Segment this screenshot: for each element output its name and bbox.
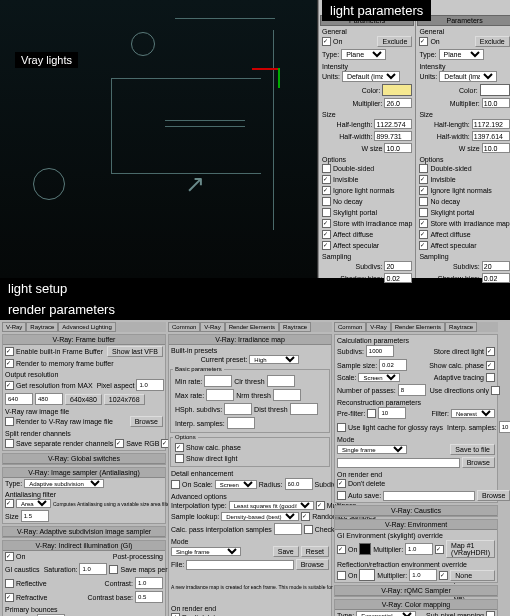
show-vfb-button[interactable]: Show last VFB [107,346,163,357]
de-rad-input[interactable] [285,478,313,490]
cb-input[interactable] [135,591,163,603]
mem-fb-checkbox[interactable] [5,359,14,368]
half-width-input[interactable] [472,131,510,141]
reset-button[interactable]: Reset [301,546,329,557]
dbl-checkbox[interactable] [419,164,428,173]
cm-type-select[interactable]: Exponential [356,611,416,616]
tab[interactable]: Advanced Lighting [58,322,115,332]
rollout-header[interactable]: V-Ray: Irradiance map [169,335,331,345]
sky-checkbox[interactable] [322,208,331,217]
gie-on-checkbox[interactable] [337,545,346,554]
lc-mode-select[interactable]: Single frame [337,445,407,454]
env-map-button[interactable]: Map #1 (VRayHDRI) [446,540,495,558]
half-width-input[interactable] [374,131,412,141]
aa-on-checkbox[interactable] [5,499,14,508]
itype-select[interactable]: Least squares fit (good/smooth) [229,501,314,510]
color-swatch[interactable] [382,84,412,96]
color-swatch[interactable] [480,84,510,96]
gi-on-checkbox[interactable] [5,552,14,561]
tab[interactable]: Common [168,322,200,332]
lc-ss-input[interactable] [379,359,407,371]
refr-checkbox[interactable] [5,593,14,602]
tab[interactable]: Raytrace [279,322,311,332]
tab[interactable]: Raytrace [26,322,58,332]
de-on-checkbox[interactable] [171,480,180,489]
getmax-checkbox[interactable] [5,381,14,390]
browse-button[interactable]: Browse [296,559,329,570]
filter-select[interactable]: Nearest [451,409,495,418]
dbl-checkbox[interactable] [322,164,331,173]
decay-checkbox[interactable] [322,197,331,206]
con-input[interactable] [135,577,163,589]
viewport-3d[interactable]: Vray lights ↗ [0,0,318,278]
spec-checkbox[interactable] [419,241,428,250]
type-select[interactable]: Plane [341,49,386,60]
rollout-header[interactable]: V-Ray: Environment [335,520,497,530]
units-select[interactable]: Default (image) [342,71,400,82]
lc-sub-input[interactable] [366,345,394,357]
inv-checkbox[interactable] [419,175,428,184]
subdivs-input[interactable] [384,261,412,271]
lc-file-input[interactable] [337,458,460,468]
ass-rollout[interactable]: V-Ray: Adaptive subdivision image sample… [2,526,166,538]
pf-input[interactable] [378,407,406,419]
tab[interactable]: V-Ray [366,322,390,332]
subdivs-input[interactable] [482,261,510,271]
half-length-input[interactable] [374,119,412,129]
save-ch-checkbox[interactable] [5,439,14,448]
diff-checkbox[interactable] [419,230,428,239]
enable-fb-checkbox[interactable] [5,347,14,356]
exclude-button[interactable]: Exclude [475,36,510,47]
preset-button[interactable]: 640x480 [65,394,102,405]
preset-select[interactable]: High [249,355,299,364]
slook-select[interactable]: Density-based (best) [221,512,299,521]
rollout-header[interactable]: V-Ray: Image sampler (Antialiasing) [3,468,165,478]
save-button[interactable]: Save [273,546,299,557]
caustics-rollout[interactable]: V-Ray: Caustics [334,505,498,517]
type-select[interactable]: Plane [439,49,484,60]
env-mult-input[interactable] [405,543,433,555]
env-color[interactable] [359,543,371,555]
sbias-input[interactable] [482,273,510,283]
on-checkbox[interactable] [322,37,331,46]
param-rollout-header[interactable]: Parameters [417,15,510,26]
file-input[interactable] [186,560,293,570]
tab[interactable]: Raytrace [445,322,477,332]
lc-scale-select[interactable]: Screen [358,373,400,382]
sky-checkbox[interactable] [419,208,428,217]
pa-input[interactable] [136,379,164,391]
units-select[interactable]: Default (image) [439,71,497,82]
tab[interactable]: V-Ray [2,322,26,332]
rollout-header[interactable]: V-Ray: Color mapping [335,600,497,610]
wsize-input[interactable] [384,143,412,153]
rre-map-button[interactable]: None [450,570,495,581]
browse-button[interactable]: Browse [477,490,510,501]
diff-checkbox[interactable] [322,230,331,239]
ign-checkbox[interactable] [322,186,331,195]
dmc-rollout[interactable]: V-Ray: rQMC Sampler [334,585,498,597]
aa-filter-select[interactable]: Area [16,499,51,508]
global-switches-rollout[interactable]: V-Ray: Global switches [2,453,166,465]
inv-checkbox[interactable] [322,175,331,184]
de-scale-select[interactable]: Screen [215,480,257,489]
wsize-input[interactable] [482,143,510,153]
tab[interactable]: V-Ray [200,322,224,332]
w-input[interactable] [5,393,33,405]
on-checkbox[interactable] [419,37,428,46]
decay-checkbox[interactable] [419,197,428,206]
tab[interactable]: Common [334,322,366,332]
tab[interactable]: Render Elements [225,322,279,332]
refl-checkbox[interactable] [5,579,14,588]
h-input[interactable] [35,393,63,405]
smp-checkbox[interactable] [109,565,118,574]
half-length-input[interactable] [472,119,510,129]
is-type-select[interactable]: Adaptive subdivision [24,479,104,488]
preset-button[interactable]: 1024x768 [104,394,145,405]
ign-checkbox[interactable] [419,186,428,195]
raw-checkbox[interactable] [5,417,14,426]
lc-np-input[interactable] [398,384,426,396]
store-checkbox[interactable] [419,219,428,228]
store-checkbox[interactable] [322,219,331,228]
im-mode-select[interactable]: Single frame [171,547,241,556]
browse-button[interactable]: Browse [462,457,495,468]
